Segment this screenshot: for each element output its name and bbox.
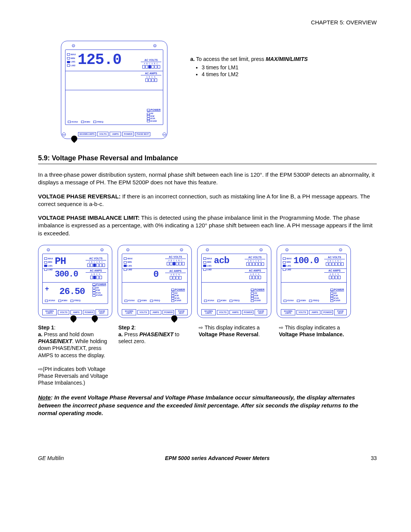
imbalance-para: VOLTAGE PHASE IMBALANCE LIMIT: This is d… — [38, 214, 377, 237]
intro-para: In a three-phase power distribution syst… — [38, 171, 377, 187]
reversal-para: VOLTAGE PHASE REVERSAL: If there is an i… — [38, 193, 377, 208]
top-reading: 125.0 — [78, 51, 121, 69]
top-instructions: a. To access the set limit, press MAX/MI… — [190, 41, 308, 78]
btn-amps[interactable]: AMPS — [110, 132, 121, 136]
step2-text: Step 2: a. Press PHASE/NEXT to select ze… — [118, 324, 193, 387]
section-title: 5.9: Voltage Phase Reversal and Imbalanc… — [38, 154, 377, 162]
note-block: Note: In the event Voltage Phase Reversa… — [38, 394, 377, 417]
page-footer: GE Multilin EPM 5000 series Advanced Pow… — [38, 455, 377, 461]
step3-text: ⇨ This display indicates a Voltage Phase… — [199, 324, 274, 387]
meter-step4: MAXMIN LM1LM2 100.0 AC VOLTSA B C A B C … — [277, 245, 351, 318]
meter-step1: MAX MIN LM1 LM2 PH AC VOLTSA B C A B C 3… — [38, 245, 112, 318]
step4-text: ⇨ This display indicates a Voltage Phase… — [279, 324, 354, 387]
footer-center: EPM 5000 series Advanced Power Meters — [165, 455, 270, 461]
btn-maxmin[interactable]: MAX/MIN LIMITS — [78, 132, 96, 136]
meter-step3: MAXMIN LM1LM2 acb AC VOLTSA B C A B C AC… — [197, 245, 271, 318]
meter-step2: MAXMIN LM1LM2 AC VOLTSA B C A B C 0 AC A… — [118, 245, 192, 318]
finger-icon — [170, 314, 179, 323]
btn-power[interactable]: POWER — [122, 132, 134, 136]
footer-page-number: 33 — [371, 455, 377, 461]
meter-top: MAX MIN LM1 LM2 125.0 AC VOLTS A B C A B… — [61, 41, 167, 139]
btn-volts[interactable]: VOLTS — [97, 132, 108, 136]
meter-panels: MAX MIN LM1 LM2 PH AC VOLTSA B C A B C 3… — [38, 245, 377, 318]
chapter-header: CHAPTER 5: OVERVIEW — [38, 19, 377, 26]
finger-icon — [91, 314, 99, 323]
finger-icon — [69, 314, 78, 323]
footer-left: GE Multilin — [38, 455, 64, 461]
side-labels: MAX MIN LM1 LM2 — [67, 53, 76, 67]
btn-phase[interactable]: PHASE NEXT — [135, 132, 150, 136]
step1-text: Step 1: a. Press and hold down PHASE/NEX… — [38, 324, 113, 387]
